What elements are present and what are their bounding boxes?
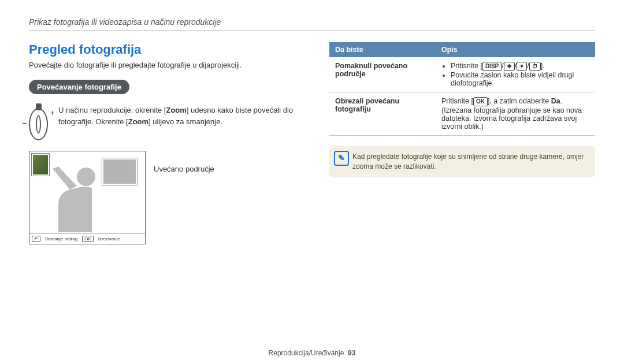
row-move-key: Pomaknuli povećano područje [329,57,436,92]
section-title: Pregled fotografija [29,42,295,57]
preview-footer: ↶ Vraćanje natrag OK Izrezivanje [29,233,145,244]
ok-button-icon: OK [473,97,488,106]
table-row: Obrezali povećanu fotografiju Pritisnite… [329,92,595,136]
preview-silhouette [41,164,110,233]
disp-button-icon: DISP [482,62,502,71]
note-text: Kad pregledate fotografije koje su sniml… [352,153,584,170]
svg-point-0 [77,168,95,186]
back-label: Vraćanje natrag [45,236,77,242]
timer-icon: ⏱ [529,62,541,71]
zoom-plus: + [50,108,55,117]
page-number: 93 [348,349,355,357]
row-move-desc: Pritisnite [DISP/❖/✦/⏱]. Povucite zaslon… [436,57,595,92]
footer-section: Reprodukcija/Uređivanje [269,349,344,357]
enlarged-region-box [102,158,137,185]
ok-icon: OK [82,236,94,242]
flash-icon: ✦ [517,62,527,71]
table-header-desc: Opis [436,42,595,57]
back-icon: ↶ [32,236,40,242]
row-crop-desc: Pritisnite [OK], a zatim odaberite Da. (… [436,92,595,136]
zoom-instructions: U načinu reprodukcije, okrenite [Zoom] u… [58,105,295,127]
enlarged-region-label: Uvećano područje [154,165,214,173]
page-footer: Reprodukcija/Uređivanje 93 [0,349,624,357]
note-icon: ✎ [334,151,349,166]
note-box: ✎ Kad pregledate fotografije koje su sni… [329,146,595,177]
table-header-action: Da biste [329,42,436,57]
zoom-minus: − [22,118,27,128]
subsection-pill: Povećavanje fotografije [29,80,129,94]
crop-label: Izrezivanje [98,236,120,242]
section-intro: Povećajte dio fotografije ili pregledajt… [29,61,295,69]
actions-table: Da biste Opis Pomaknuli povećano područj… [329,42,595,136]
zoom-dial-icon: − + [29,108,48,140]
preview-frame: ↶ Vraćanje natrag OK Izrezivanje [29,151,146,244]
row-crop-key: Obrezali povećanu fotografiju [329,92,436,136]
page-header: Prikaz fotografija ili videozapisa u nač… [29,17,595,31]
table-row: Pomaknuli povećano područje Pritisnite [… [329,57,595,92]
macro-icon: ❖ [504,62,515,71]
